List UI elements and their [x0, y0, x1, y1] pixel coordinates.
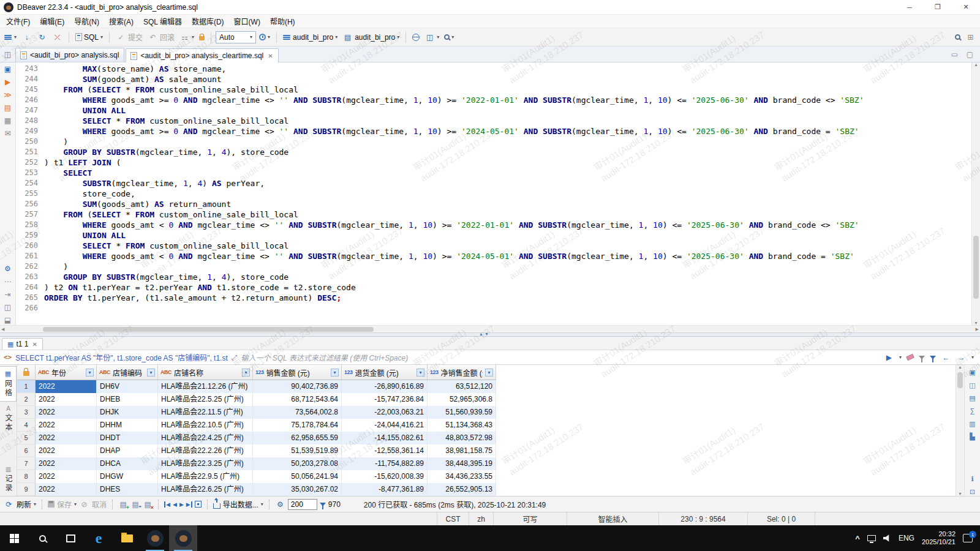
- grid-cell[interactable]: 2022: [36, 406, 97, 419]
- apply-filter-icon[interactable]: ▶: [884, 352, 894, 362]
- splitter-handle-icon[interactable]: ▲▼: [479, 332, 490, 336]
- grid-cell[interactable]: 2022: [36, 419, 97, 432]
- grid-cell[interactable]: 62,958,655.59: [253, 432, 342, 444]
- column-filter-button[interactable]: ▾: [242, 369, 250, 377]
- panel-toggle-icon[interactable]: ▣: [2, 64, 13, 74]
- toolbar-search-button[interactable]: ▾: [442, 33, 456, 41]
- value-viewer-icon[interactable]: ▤: [968, 394, 978, 402]
- perspective-button[interactable]: ⊞: [963, 31, 978, 43]
- grid-cell[interactable]: HLA唯品会21.12.26 (广州): [158, 380, 253, 393]
- cancel-button[interactable]: 取消: [92, 499, 107, 509]
- column-filter-button[interactable]: ▾: [147, 369, 155, 377]
- go-to-row-button[interactable]: [195, 501, 202, 508]
- column-filter-button[interactable]: ▾: [417, 369, 424, 377]
- add-row-button[interactable]: ▤+: [118, 500, 128, 509]
- grid-scroll-down-icon[interactable]: ▼: [956, 492, 964, 496]
- grid-cell[interactable]: -26,890,616.89: [342, 380, 428, 393]
- transaction-mode-button[interactable]: ⚏▾: [178, 31, 196, 43]
- history-forward-icon[interactable]: →: [956, 352, 967, 362]
- editor-vertical-scrollbar[interactable]: ▲ ▼: [971, 62, 980, 325]
- scroll-up-icon[interactable]: ▲: [972, 62, 980, 67]
- grid-scroll-up-icon[interactable]: ▲: [956, 365, 964, 369]
- refresh-menu-caret-icon[interactable]: ▾: [34, 501, 36, 507]
- previous-row-button[interactable]: ◀: [173, 501, 177, 508]
- row-number[interactable]: 3: [17, 406, 36, 419]
- panels-layout-icon[interactable]: ◫: [968, 381, 978, 389]
- grid-view-icon[interactable]: ▦: [2, 116, 13, 126]
- menu-item[interactable]: 编辑(E): [35, 14, 69, 28]
- new-sql-editor-button[interactable]: SQL▾: [74, 32, 105, 43]
- grid-cell[interactable]: 2022: [36, 380, 97, 393]
- close-button[interactable]: ✕: [952, 0, 980, 14]
- filter-input[interactable]: 输入一个 SQL 表达式来过滤结果 (使用 Ctrl+Space): [241, 352, 880, 362]
- grid-cell[interactable]: DHHM: [97, 419, 158, 432]
- export-data-button[interactable]: 导出数据...: [223, 499, 258, 509]
- references-icon[interactable]: ⊡: [968, 487, 978, 496]
- edit-filter-icon[interactable]: [919, 356, 925, 359]
- row-number[interactable]: 6: [17, 444, 36, 457]
- execute-statement-icon[interactable]: ▶: [2, 77, 13, 87]
- menu-item[interactable]: 窗口(W): [229, 14, 265, 28]
- chart-icon[interactable]: ▙: [968, 432, 978, 441]
- grid-cell[interactable]: HLA唯品会22.3.25 (广州): [158, 457, 253, 470]
- grid-cell[interactable]: 34,436,233.55: [428, 470, 496, 483]
- duplicate-row-button[interactable]: ▤⁺: [130, 500, 140, 509]
- grid-cell[interactable]: DHJK: [97, 406, 158, 419]
- grid-cell[interactable]: -12,558,361.14: [342, 444, 428, 457]
- column-header[interactable]: 123销售金额 (元)▾: [253, 365, 342, 380]
- column-header[interactable]: ABC店铺编码▾: [97, 365, 158, 380]
- grid-cell[interactable]: DHAP: [97, 444, 158, 457]
- save-state-icon[interactable]: ⬓: [2, 315, 13, 325]
- settings-gear-icon[interactable]: ⚙: [2, 264, 13, 274]
- task-view-button[interactable]: [56, 525, 85, 551]
- output-log-icon[interactable]: ⇥: [2, 290, 13, 299]
- network-profile-button[interactable]: [410, 32, 421, 42]
- grid-cell[interactable]: HLA唯品会22.9.5 (广州): [158, 470, 253, 483]
- connect-button[interactable]: ↓: [20, 31, 34, 43]
- maximize-results-icon[interactable]: ▣: [968, 368, 978, 377]
- dbeaver-taskbar-button-2[interactable]: [169, 525, 197, 551]
- minimize-button[interactable]: ─: [895, 0, 924, 14]
- grid-cell[interactable]: 50,056,241.94: [253, 470, 342, 483]
- grid-cell[interactable]: DHES: [97, 483, 158, 496]
- network-icon[interactable]: [867, 535, 876, 541]
- start-button[interactable]: [0, 525, 28, 551]
- commit-mode-select[interactable]: Auto▾: [216, 31, 256, 43]
- connection-selector[interactable]: audit_bi_pro▾: [281, 32, 339, 43]
- text-view-tab[interactable]: A 文本: [0, 402, 17, 435]
- script-log-icon[interactable]: ◫: [2, 302, 13, 312]
- column-filter-button[interactable]: ▾: [485, 369, 493, 377]
- grid-cell[interactable]: 68,712,543.64: [253, 393, 342, 406]
- grid-cell[interactable]: -24,044,416.21: [342, 419, 428, 432]
- grid-cell[interactable]: -22,003,063.21: [342, 406, 428, 419]
- column-header[interactable]: ABC年份▾: [36, 365, 97, 380]
- export-menu-caret-icon[interactable]: ▾: [261, 501, 263, 507]
- restore-panel-icon[interactable]: ◫: [2, 49, 13, 59]
- column-header[interactable]: 123净销售金额 (元)▾: [428, 365, 496, 380]
- transaction-lock-button[interactable]: [197, 32, 206, 42]
- notification-center-button[interactable]: 1: [963, 534, 973, 542]
- language-indicator[interactable]: ENG: [899, 534, 914, 542]
- file-explorer-button[interactable]: [113, 525, 141, 551]
- row-number[interactable]: 2: [17, 393, 36, 406]
- commit-button[interactable]: ✓提交: [114, 31, 145, 43]
- results-tab-close-icon[interactable]: ✕: [32, 341, 37, 348]
- grid-cell[interactable]: 26,552,905.13: [428, 483, 496, 496]
- grid-cell[interactable]: HLA唯品会22.6.25 (广州): [158, 483, 253, 496]
- tab-analysis-cleartime-sql[interactable]: <audit_bi_pro> analysis_cleartime.sql ✕: [126, 48, 278, 62]
- grid-cell[interactable]: 51,134,368.43: [428, 419, 496, 432]
- row-number[interactable]: 5: [17, 432, 36, 444]
- history-back-icon[interactable]: ←: [941, 352, 951, 362]
- next-row-button[interactable]: ▶: [179, 501, 184, 508]
- grid-cell[interactable]: DHEB: [97, 393, 158, 406]
- grid-cell[interactable]: 2022: [36, 457, 97, 470]
- grid-cell[interactable]: 75,178,784.64: [253, 419, 342, 432]
- schedule-button[interactable]: ▾: [257, 32, 272, 42]
- grid-cell[interactable]: HLA唯品会22.11.5 (广州): [158, 406, 253, 419]
- tab-analysis-sql[interactable]: <audit_bi_pro> analysis.sql: [15, 48, 124, 62]
- column-header[interactable]: ABC店铺名称▾: [158, 365, 253, 380]
- menu-item[interactable]: 文件(F): [1, 14, 35, 28]
- record-view-tab[interactable]: ▥ 记录: [0, 462, 17, 496]
- column-filter-button[interactable]: ▾: [331, 369, 339, 377]
- new-connection-button[interactable]: ▾: [2, 33, 18, 41]
